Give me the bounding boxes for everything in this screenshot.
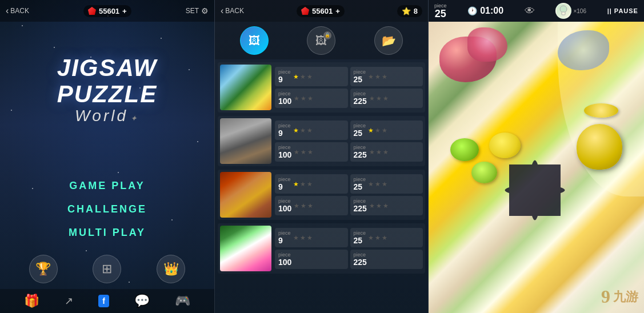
panel2-back-label: BACK [225,7,244,15]
hint-area: ×106 [555,3,586,19]
list-item[interactable]: piece 9 ★ ★ ★ piece 25 ★ [218,62,425,113]
jigsaw-missing-piece [498,153,572,227]
main-menu-panel: BACK 55601 + SET ⚙ JIGSAW PUZZLE World✦ … [0,0,214,313]
flower-decoration-2 [467,27,507,62]
hint-count-label: ×106 [573,8,586,14]
stars-row: ★ ★ ★ [368,73,387,81]
puzzle-game-panel: piece 25 🕐 01:00 👁 ×106 || PAUSE [429,0,644,313]
set-label: SET [186,7,199,15]
multiplay-button[interactable]: MULTI PLAY [51,222,163,243]
crown-button[interactable]: 👑 [157,255,185,283]
plus-badge: + [122,7,127,15]
panel2-back-button[interactable]: BACK [221,6,244,16]
piece-option[interactable]: piece 9 ★ ★ ★ [275,174,348,194]
list-item[interactable]: piece 9 ★ ★ ★ piece 25 ★ [218,223,425,274]
stars-row: ★ ★ ★ [368,127,387,134]
piece-option[interactable]: piece 25 ★ ★ ★ [350,67,423,86]
star-3: ★ [307,202,313,210]
gift-icon[interactable]: 🎁 [24,294,39,308]
panel2-gem-value: 55601 [312,7,333,15]
piece-options-food: piece 9 ★ ★ ★ piece 25 ★ [275,174,423,215]
piece-option[interactable]: piece 100 [275,250,348,269]
star-2: ★ [301,149,306,156]
star-2: ★ [300,234,306,242]
watermark: 9 九游 [601,286,638,307]
pause-button[interactable]: || PAUSE [607,7,638,14]
star-3: ★ [307,95,313,102]
puzzle-thumb-beach [220,65,271,110]
stars-row: ★ ★ ★ [368,180,387,188]
grid-button[interactable]: ⊞ [93,255,121,283]
gameplay-button[interactable]: GAME PLAY [52,175,162,196]
star-3: ★ [307,127,313,134]
back-button[interactable]: BACK [6,6,29,16]
eye-button[interactable]: 👁 [525,5,535,17]
piece-option[interactable]: piece 9 ★ ★ ★ [275,121,348,140]
panel2-gem-icon [301,7,309,15]
star-2: ★ [301,202,306,210]
watermark-text: 九游 [613,288,638,306]
tab-button-2[interactable]: 🖼 🔒 [307,26,335,55]
chat-icon[interactable]: 💬 [134,294,150,308]
piece-option[interactable]: piece 225 ★ ★ ★ [350,142,423,162]
piece-option[interactable]: piece 100 ★ ★ ★ [275,142,348,162]
star-1: ★ [293,73,299,81]
list-item[interactable]: piece 9 ★ ★ ★ piece 25 ★ [218,170,425,220]
achievement-button[interactable]: 🏆 [29,255,58,283]
star-1: ★ [368,127,374,134]
star-1: ★ [369,95,375,102]
star-3: ★ [307,73,313,81]
puzzle-thumb-cat [220,118,271,164]
sugar-bowl [577,124,622,170]
stars-row: ★ ★ ★ [294,149,313,156]
puzzle-game-area[interactable]: 9 九游 [429,22,644,313]
settings-button[interactable]: SET ⚙ [186,6,209,15]
bottom-icons: 🏆 ⊞ 👑 [0,249,214,289]
piece-option[interactable]: piece 9 ★ ★ ★ [275,228,348,247]
piece-option[interactable]: piece 100 ★ ★ ★ [275,89,348,108]
star-2: ★ [301,95,306,102]
piece-option[interactable]: piece 225 ★ ★ ★ [350,196,423,215]
share-icon[interactable]: ↗ [65,295,73,307]
piece-options-flowers: piece 9 ★ ★ ★ piece 25 ★ [275,228,423,269]
piece-options-cat: piece 9 ★ ★ ★ piece 25 ★ [275,121,423,162]
stars-row: ★ ★ ★ [293,234,313,242]
logo-world: World✦ [57,107,157,125]
gem-score-container: 55601 + [83,5,131,17]
gear-icon: ⚙ [201,6,209,15]
puzzle-list: piece 9 ★ ★ ★ piece 25 ★ [215,59,428,313]
panel2-gem-score: 55601 + [297,5,345,17]
panel2-plus: + [335,7,340,15]
piece-option[interactable]: piece 225 ★ ★ ★ [350,89,423,108]
stars-row: ★ ★ ★ [369,95,389,102]
piece-option[interactable]: piece 25 ★ ★ ★ [350,228,423,247]
piece-option[interactable]: piece 9 ★ ★ ★ [275,67,348,86]
tab-button-3[interactable]: 📂 [374,26,403,55]
piece-option[interactable]: piece 100 ★ ★ ★ [275,196,348,215]
challenge-button[interactable]: CHALLENGE [50,199,164,220]
star-2: ★ [375,73,381,81]
gamepad-icon[interactable]: 🎮 [175,294,190,308]
facebook-icon[interactable]: f [98,295,109,307]
puzzle-char: ✦ [130,114,139,123]
back-label: BACK [10,7,29,15]
piece-options-beach: piece 9 ★ ★ ★ piece 25 ★ [275,67,423,108]
timer-text: 01:00 [480,6,503,16]
panel1-top-bar: BACK 55601 + SET ⚙ [0,0,214,22]
star-3: ★ [307,234,313,242]
star-score-icon: ⭐ [402,7,411,15]
star-1: ★ [293,234,299,242]
piece-count-value: 25 [435,9,446,19]
star-2: ★ [300,127,306,134]
star-2: ★ [376,202,382,210]
list-item[interactable]: piece 9 ★ ★ ★ piece 25 ★ [218,116,425,166]
piece-option[interactable]: piece 25 ★ ★ ★ [350,174,423,194]
lime-2 [471,162,497,183]
stars-row: ★ ★ ★ [368,234,387,242]
star-2: ★ [300,73,306,81]
piece-option[interactable]: piece 225 [350,250,423,269]
stars-row: ★ ★ ★ [294,202,313,210]
piece-option[interactable]: piece 25 ★ ★ ★ [350,121,423,140]
star-3: ★ [383,95,389,102]
tab-button-1[interactable]: 🖼 [240,26,269,55]
